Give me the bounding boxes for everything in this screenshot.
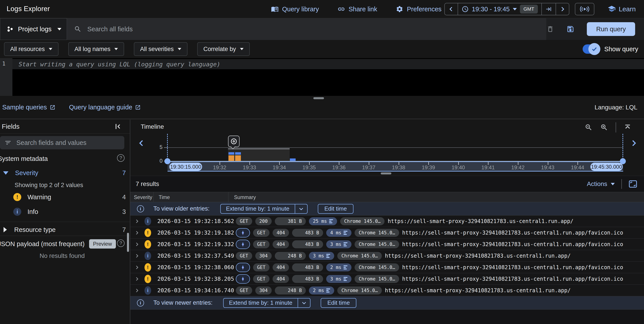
expand-row-chevron-icon[interactable]	[134, 230, 140, 235]
latency-chip[interactable]: 3 ms	[326, 275, 352, 283]
expand-row-chevron-icon[interactable]	[134, 276, 140, 282]
selection-end-time-pill[interactable]: 19:45:30.000	[590, 163, 623, 171]
expand-arrow-icon[interactable]	[4, 227, 7, 232]
method-chip[interactable]: GET	[236, 286, 252, 294]
latency-chip[interactable]: 3 ms	[309, 252, 334, 260]
chevron-down-icon[interactable]	[295, 204, 307, 213]
gemini-summarize-chip[interactable]	[236, 274, 250, 284]
status-chip[interactable]: 200	[255, 217, 272, 225]
gemini-summarize-chip[interactable]	[236, 228, 250, 237]
share-link-button[interactable]: Share link	[338, 5, 377, 13]
histogram-bar-info[interactable]	[235, 152, 241, 155]
timeline-pan-right-icon[interactable]	[629, 138, 638, 148]
log-row[interactable]: i 2026-03-15 19:32:37.549 GET 304 248 B …	[130, 250, 644, 262]
help-icon[interactable]: ?	[117, 239, 124, 247]
timeline-resize-handle[interactable]	[381, 173, 391, 175]
log-scope-button[interactable]: Project logs	[0, 18, 67, 40]
extend-time-split-button[interactable]: Extend time by: 1 minute	[220, 204, 308, 214]
size-chip[interactable]: 381 B	[275, 217, 306, 225]
query-library-button[interactable]: Query library	[271, 5, 319, 13]
save-query-icon[interactable]	[566, 25, 574, 33]
show-query-toggle[interactable]	[582, 44, 599, 54]
histogram-bar-info[interactable]	[290, 158, 296, 161]
expand-row-chevron-icon[interactable]	[134, 288, 140, 293]
info-value-row[interactable]: i Info 3	[0, 207, 126, 217]
status-chip[interactable]: 404	[272, 229, 289, 237]
method-chip[interactable]: GET	[253, 263, 270, 271]
method-chip[interactable]: GET	[253, 240, 270, 248]
timeline-pan-left-icon[interactable]	[137, 138, 146, 148]
all-log-names-dropdown[interactable]: All log names	[68, 42, 124, 56]
status-chip[interactable]: 304	[255, 252, 272, 260]
user-agent-chip[interactable]: Chrome 145.0…	[337, 252, 382, 260]
delete-query-icon[interactable]	[546, 25, 554, 33]
size-chip[interactable]: 483 B	[292, 263, 323, 271]
status-chip[interactable]: 404	[272, 275, 289, 283]
collapse-timeline-icon[interactable]	[624, 123, 632, 131]
status-chip[interactable]: 304	[255, 286, 272, 294]
user-agent-chip[interactable]: Chrome 145.0…	[337, 286, 382, 294]
user-agent-chip[interactable]: Chrome 145.0…	[354, 240, 399, 248]
histogram-bar-warning[interactable]	[235, 155, 241, 161]
log-row[interactable]: ! 2026-03-15 19:32:38.205 GET 404 483 B …	[130, 273, 644, 285]
user-agent-chip[interactable]: Chrome 145.0…	[354, 263, 399, 271]
latency-chip[interactable]: 2 ms	[326, 263, 352, 271]
zoom-out-icon[interactable]	[584, 123, 592, 131]
extend-time-label[interactable]: Extend time by: 1 minute	[221, 204, 295, 213]
edit-time-button[interactable]: Edit time	[321, 298, 356, 308]
actions-dropdown[interactable]: Actions	[587, 181, 615, 188]
fields-search-input[interactable]: Search fields and values	[0, 136, 124, 149]
stream-logs-button[interactable]	[575, 3, 594, 15]
sidebar-scrollbar[interactable]	[127, 233, 129, 252]
method-chip[interactable]: GET	[253, 229, 270, 237]
selection-start-time-pill[interactable]: 19:30:15.000	[169, 163, 202, 171]
preferences-button[interactable]: Preferences	[396, 5, 442, 13]
editor-active-line[interactable]: Start writing a query using LQL (logging…	[12, 59, 644, 69]
sample-queries-link[interactable]: Sample queries	[2, 104, 56, 111]
expand-row-chevron-icon[interactable]	[134, 219, 140, 224]
help-icon[interactable]: ?	[117, 154, 124, 162]
size-chip[interactable]: 248 B	[275, 252, 306, 260]
time-forward-button[interactable]	[556, 3, 569, 15]
column-divider[interactable]	[228, 192, 228, 202]
size-chip[interactable]: 483 B	[292, 240, 323, 248]
column-divider[interactable]	[153, 192, 154, 202]
latency-chip[interactable]: 25 ms	[309, 217, 337, 225]
size-chip[interactable]: 483 B	[292, 229, 323, 237]
expand-row-chevron-icon[interactable]	[134, 265, 140, 270]
collapse-panel-icon[interactable]	[114, 123, 122, 130]
status-chip[interactable]: 404	[272, 263, 289, 271]
log-row[interactable]: i 2026-03-15 19:34:16.740 GET 304 248 B …	[130, 285, 644, 296]
search-all-fields-input[interactable]: Search all fields	[67, 18, 546, 40]
histogram-bar-warning[interactable]	[228, 155, 234, 161]
editor-resize-handle[interactable]	[313, 97, 324, 99]
column-header-time[interactable]: Time	[159, 194, 170, 200]
latency-chip[interactable]: 2 ms	[309, 286, 334, 294]
jump-to-now-button[interactable]	[542, 3, 556, 15]
expand-row-chevron-icon[interactable]	[134, 242, 140, 247]
histogram-bar-info[interactable]	[228, 152, 234, 155]
extend-time-label[interactable]: Extend time by: 1 minute	[224, 298, 298, 307]
all-severities-dropdown[interactable]: All severities	[134, 42, 188, 56]
query-language-guide-link[interactable]: Query language guide	[69, 104, 141, 111]
extend-time-split-button[interactable]: Extend time by: 1 minute	[223, 298, 310, 308]
time-back-button[interactable]	[445, 3, 458, 15]
expand-row-chevron-icon[interactable]	[134, 253, 140, 259]
size-chip[interactable]: 483 B	[292, 275, 323, 283]
run-query-button[interactable]: Run query	[587, 22, 635, 36]
gemini-summarize-chip[interactable]	[236, 263, 250, 272]
correlate-by-dropdown[interactable]: Correlate by	[197, 42, 250, 56]
method-chip[interactable]: GET	[253, 275, 270, 283]
warning-value-row[interactable]: ! Warning 4	[0, 192, 126, 202]
user-agent-chip[interactable]: Chrome 145.0…	[354, 275, 399, 283]
zoom-in-icon[interactable]	[600, 123, 608, 131]
gemini-summarize-chip[interactable]	[236, 240, 250, 249]
timezone-badge[interactable]: GMT	[520, 5, 538, 14]
log-row[interactable]: ! 2026-03-15 19:32:19.332 GET 404 483 B …	[130, 239, 644, 250]
size-chip[interactable]: 248 B	[275, 286, 306, 294]
log-row[interactable]: ! 2026-03-15 19:32:38.060 GET 404 483 B …	[130, 262, 644, 273]
resource-type-field-row[interactable]: Resource type 7	[0, 224, 126, 235]
status-chip[interactable]: 404	[272, 240, 289, 248]
user-agent-chip[interactable]: Chrome 145.0…	[340, 217, 384, 225]
selection-start-handle[interactable]	[164, 158, 170, 164]
